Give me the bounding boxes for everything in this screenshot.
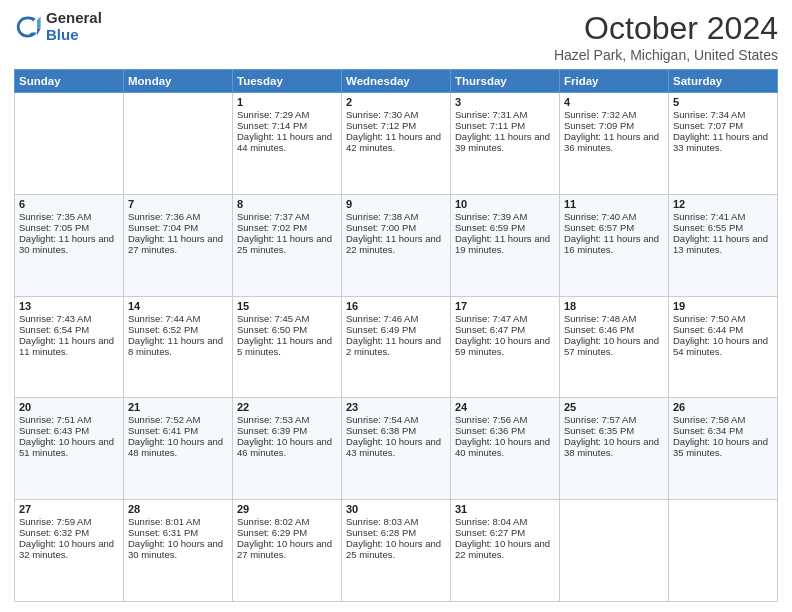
daylight-text: Daylight: 11 hours and 30 minutes.: [19, 233, 114, 255]
sunset-text: Sunset: 6:55 PM: [673, 222, 743, 233]
table-row: 3 Sunrise: 7:31 AM Sunset: 7:11 PM Dayli…: [451, 93, 560, 195]
sunset-text: Sunset: 6:57 PM: [564, 222, 634, 233]
day-number: 20: [19, 401, 119, 413]
table-row: 27 Sunrise: 7:59 AM Sunset: 6:32 PM Dayl…: [15, 500, 124, 602]
logo-blue: Blue: [46, 27, 102, 44]
table-row: 12 Sunrise: 7:41 AM Sunset: 6:55 PM Dayl…: [669, 194, 778, 296]
table-row: [124, 93, 233, 195]
sunrise-text: Sunrise: 7:52 AM: [128, 414, 200, 425]
daylight-text: Daylight: 10 hours and 51 minutes.: [19, 436, 114, 458]
table-row: 30 Sunrise: 8:03 AM Sunset: 6:28 PM Dayl…: [342, 500, 451, 602]
sunset-text: Sunset: 6:39 PM: [237, 425, 307, 436]
location: Hazel Park, Michigan, United States: [554, 47, 778, 63]
calendar-week-row: 6 Sunrise: 7:35 AM Sunset: 7:05 PM Dayli…: [15, 194, 778, 296]
table-row: 2 Sunrise: 7:30 AM Sunset: 7:12 PM Dayli…: [342, 93, 451, 195]
sunrise-text: Sunrise: 7:53 AM: [237, 414, 309, 425]
sunrise-text: Sunrise: 7:46 AM: [346, 313, 418, 324]
sunset-text: Sunset: 6:28 PM: [346, 527, 416, 538]
day-number: 24: [455, 401, 555, 413]
sunset-text: Sunset: 6:50 PM: [237, 324, 307, 335]
daylight-text: Daylight: 11 hours and 13 minutes.: [673, 233, 768, 255]
daylight-text: Daylight: 11 hours and 25 minutes.: [237, 233, 332, 255]
logo-text: General Blue: [46, 10, 102, 43]
sunset-text: Sunset: 6:59 PM: [455, 222, 525, 233]
sunrise-text: Sunrise: 7:43 AM: [19, 313, 91, 324]
daylight-text: Daylight: 10 hours and 38 minutes.: [564, 436, 659, 458]
sunset-text: Sunset: 6:49 PM: [346, 324, 416, 335]
day-number: 19: [673, 300, 773, 312]
daylight-text: Daylight: 10 hours and 59 minutes.: [455, 335, 550, 357]
day-number: 27: [19, 503, 119, 515]
table-row: 14 Sunrise: 7:44 AM Sunset: 6:52 PM Dayl…: [124, 296, 233, 398]
calendar-week-row: 13 Sunrise: 7:43 AM Sunset: 6:54 PM Dayl…: [15, 296, 778, 398]
sunset-text: Sunset: 7:02 PM: [237, 222, 307, 233]
sunset-text: Sunset: 7:00 PM: [346, 222, 416, 233]
daylight-text: Daylight: 10 hours and 35 minutes.: [673, 436, 768, 458]
sunrise-text: Sunrise: 7:54 AM: [346, 414, 418, 425]
day-number: 29: [237, 503, 337, 515]
table-row: 1 Sunrise: 7:29 AM Sunset: 7:14 PM Dayli…: [233, 93, 342, 195]
table-row: 21 Sunrise: 7:52 AM Sunset: 6:41 PM Dayl…: [124, 398, 233, 500]
calendar-week-row: 27 Sunrise: 7:59 AM Sunset: 6:32 PM Dayl…: [15, 500, 778, 602]
sunset-text: Sunset: 7:05 PM: [19, 222, 89, 233]
day-number: 21: [128, 401, 228, 413]
sunset-text: Sunset: 7:04 PM: [128, 222, 198, 233]
daylight-text: Daylight: 11 hours and 44 minutes.: [237, 131, 332, 153]
sunset-text: Sunset: 6:41 PM: [128, 425, 198, 436]
day-number: 23: [346, 401, 446, 413]
table-row: 19 Sunrise: 7:50 AM Sunset: 6:44 PM Dayl…: [669, 296, 778, 398]
table-row: 22 Sunrise: 7:53 AM Sunset: 6:39 PM Dayl…: [233, 398, 342, 500]
day-number: 25: [564, 401, 664, 413]
daylight-text: Daylight: 11 hours and 19 minutes.: [455, 233, 550, 255]
table-row: 7 Sunrise: 7:36 AM Sunset: 7:04 PM Dayli…: [124, 194, 233, 296]
sunrise-text: Sunrise: 7:50 AM: [673, 313, 745, 324]
day-number: 5: [673, 96, 773, 108]
sunrise-text: Sunrise: 7:38 AM: [346, 211, 418, 222]
sunrise-text: Sunrise: 7:34 AM: [673, 109, 745, 120]
sunrise-text: Sunrise: 7:31 AM: [455, 109, 527, 120]
day-number: 13: [19, 300, 119, 312]
sunrise-text: Sunrise: 8:04 AM: [455, 516, 527, 527]
header: General Blue October 2024 Hazel Park, Mi…: [14, 10, 778, 63]
title-block: October 2024 Hazel Park, Michigan, Unite…: [554, 10, 778, 63]
day-number: 16: [346, 300, 446, 312]
sunset-text: Sunset: 7:14 PM: [237, 120, 307, 131]
day-number: 31: [455, 503, 555, 515]
table-row: 23 Sunrise: 7:54 AM Sunset: 6:38 PM Dayl…: [342, 398, 451, 500]
sunrise-text: Sunrise: 7:32 AM: [564, 109, 636, 120]
sunrise-text: Sunrise: 7:29 AM: [237, 109, 309, 120]
daylight-text: Daylight: 11 hours and 42 minutes.: [346, 131, 441, 153]
daylight-text: Daylight: 11 hours and 22 minutes.: [346, 233, 441, 255]
sunset-text: Sunset: 6:38 PM: [346, 425, 416, 436]
sunset-text: Sunset: 6:47 PM: [455, 324, 525, 335]
sunrise-text: Sunrise: 7:30 AM: [346, 109, 418, 120]
sunset-text: Sunset: 6:43 PM: [19, 425, 89, 436]
daylight-text: Daylight: 10 hours and 54 minutes.: [673, 335, 768, 357]
sunrise-text: Sunrise: 8:02 AM: [237, 516, 309, 527]
sunrise-text: Sunrise: 7:44 AM: [128, 313, 200, 324]
table-row: 13 Sunrise: 7:43 AM Sunset: 6:54 PM Dayl…: [15, 296, 124, 398]
table-row: 29 Sunrise: 8:02 AM Sunset: 6:29 PM Dayl…: [233, 500, 342, 602]
day-number: 3: [455, 96, 555, 108]
sunset-text: Sunset: 6:27 PM: [455, 527, 525, 538]
sunrise-text: Sunrise: 7:36 AM: [128, 211, 200, 222]
sunrise-text: Sunrise: 8:03 AM: [346, 516, 418, 527]
sunset-text: Sunset: 6:31 PM: [128, 527, 198, 538]
day-number: 8: [237, 198, 337, 210]
table-row: 24 Sunrise: 7:56 AM Sunset: 6:36 PM Dayl…: [451, 398, 560, 500]
col-tuesday: Tuesday: [233, 70, 342, 93]
day-number: 2: [346, 96, 446, 108]
month-title: October 2024: [554, 10, 778, 47]
sunset-text: Sunset: 7:09 PM: [564, 120, 634, 131]
daylight-text: Daylight: 10 hours and 43 minutes.: [346, 436, 441, 458]
daylight-text: Daylight: 11 hours and 27 minutes.: [128, 233, 223, 255]
table-row: 11 Sunrise: 7:40 AM Sunset: 6:57 PM Dayl…: [560, 194, 669, 296]
sunrise-text: Sunrise: 7:35 AM: [19, 211, 91, 222]
sunset-text: Sunset: 6:32 PM: [19, 527, 89, 538]
table-row: 5 Sunrise: 7:34 AM Sunset: 7:07 PM Dayli…: [669, 93, 778, 195]
col-friday: Friday: [560, 70, 669, 93]
sunset-text: Sunset: 7:12 PM: [346, 120, 416, 131]
daylight-text: Daylight: 11 hours and 39 minutes.: [455, 131, 550, 153]
logo: General Blue: [14, 10, 102, 43]
day-number: 6: [19, 198, 119, 210]
